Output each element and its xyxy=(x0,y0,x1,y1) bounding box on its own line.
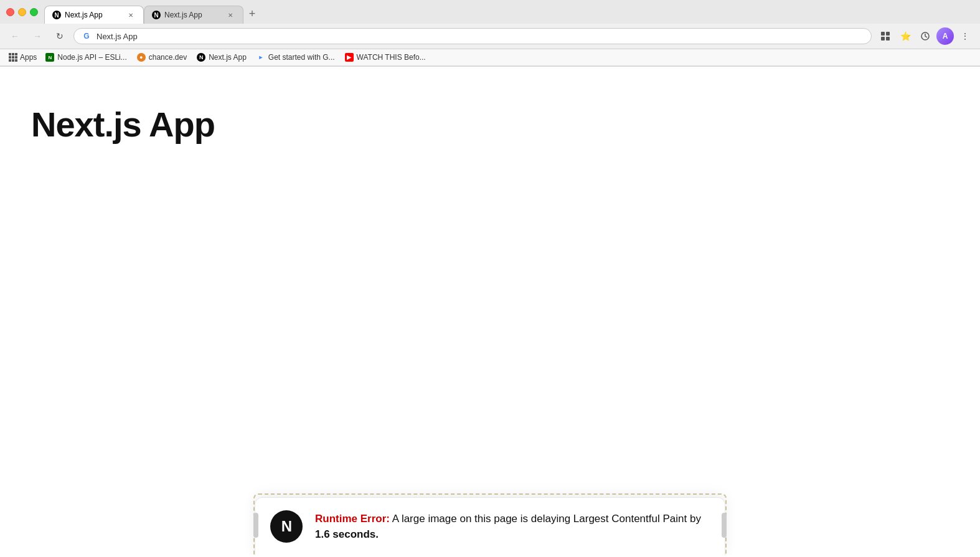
new-tab-button[interactable]: + xyxy=(243,5,261,22)
svg-rect-2 xyxy=(881,37,885,40)
close-window-button[interactable] xyxy=(6,8,14,16)
bookmarks-apps[interactable]: Apps xyxy=(6,52,39,63)
address-bar[interactable]: G Next.js App xyxy=(73,28,872,44)
address-favicon: G xyxy=(82,31,92,41)
traffic-lights xyxy=(6,8,38,21)
bookmark-title-node: Node.js API – ESLi... xyxy=(57,53,126,62)
bookmarks-bar: Apps N Node.js API – ESLi... ● chance.de… xyxy=(0,49,980,66)
bookmark-title-youtube: WATCH THIS Befo... xyxy=(357,53,426,62)
runtime-error-container: N Runtime Error: A large image on this p… xyxy=(253,493,727,555)
maximize-window-button[interactable] xyxy=(30,8,38,16)
tab-close-2[interactable]: ✕ xyxy=(225,10,235,20)
error-duration: 1.6 seconds. xyxy=(315,528,379,540)
bookmark-button[interactable]: ⭐ xyxy=(897,27,914,45)
history-button[interactable] xyxy=(916,27,934,45)
resize-handle-right[interactable] xyxy=(722,513,727,538)
bookmark-title-nextjs: Next.js App xyxy=(209,53,247,62)
menu-button[interactable]: ⋮ xyxy=(956,27,974,45)
svg-rect-1 xyxy=(886,32,890,36)
page-heading: Next.js App xyxy=(0,67,980,145)
bookmark-favicon-node: N xyxy=(45,53,54,62)
error-label: Runtime Error: xyxy=(315,513,390,525)
reload-button[interactable]: ↻ xyxy=(51,27,68,45)
error-message-text: A large image on this page is delaying L… xyxy=(390,513,701,525)
back-button[interactable]: ← xyxy=(6,27,24,45)
nav-actions: ⭐ A ⋮ xyxy=(877,27,974,45)
minimize-window-button[interactable] xyxy=(18,8,26,16)
forward-button[interactable]: → xyxy=(29,27,46,45)
tab-close-1[interactable]: ✕ xyxy=(126,10,136,20)
extensions-button[interactable] xyxy=(877,27,894,45)
bookmark-item-nextjs[interactable]: N Next.js App xyxy=(193,52,250,63)
tab-favicon-2: N xyxy=(152,11,161,19)
bookmark-item-chance[interactable]: ● chance.dev xyxy=(133,52,191,63)
bookmark-title-chance: chance.dev xyxy=(149,53,187,62)
bookmark-favicon-gsuite: ► xyxy=(257,53,265,62)
browser-tab-2[interactable]: N Next.js App ✕ xyxy=(144,6,243,24)
bookmark-favicon-chance: ● xyxy=(137,53,146,62)
profile-avatar[interactable]: A xyxy=(936,27,954,45)
title-bar: N Next.js App ✕ N Next.js App ✕ + xyxy=(0,0,980,24)
nav-bar: ← → ↻ G Next.js App ⭐ xyxy=(0,24,980,49)
tab-favicon-1: N xyxy=(52,11,61,19)
tab-title-2: Next.js App xyxy=(164,11,222,19)
apps-label: Apps xyxy=(20,53,37,62)
runtime-error-icon: N xyxy=(270,510,303,543)
bookmark-favicon-nextjs: N xyxy=(197,53,205,62)
runtime-error-box: N Runtime Error: A large image on this p… xyxy=(255,497,725,555)
browser-tab-1[interactable]: N Next.js App ✕ xyxy=(44,6,144,24)
apps-grid-icon xyxy=(9,53,17,62)
svg-rect-0 xyxy=(881,32,885,36)
bookmark-item-gsuite[interactable]: ► Get started with G... xyxy=(253,52,339,63)
page-content: Next.js App N Runtime Error: A large ima… xyxy=(0,67,980,555)
bookmark-favicon-youtube: ▶ xyxy=(345,53,354,62)
bookmark-item-node[interactable]: N Node.js API – ESLi... xyxy=(42,52,130,63)
tab-title-1: Next.js App xyxy=(65,11,122,19)
address-text: Next.js App xyxy=(97,32,864,41)
resize-handle-left[interactable] xyxy=(253,513,258,538)
runtime-error-message: Runtime Error: A large image on this pag… xyxy=(315,511,710,543)
bookmark-title-gsuite: Get started with G... xyxy=(268,53,335,62)
tabs-container: N Next.js App ✕ N Next.js App ✕ + xyxy=(44,5,974,24)
bookmark-item-youtube[interactable]: ▶ WATCH THIS Befo... xyxy=(341,52,430,63)
browser-chrome: N Next.js App ✕ N Next.js App ✕ + ← → ↻ … xyxy=(0,0,980,67)
svg-rect-3 xyxy=(886,37,890,40)
nextjs-logo-letter: N xyxy=(281,518,291,535)
